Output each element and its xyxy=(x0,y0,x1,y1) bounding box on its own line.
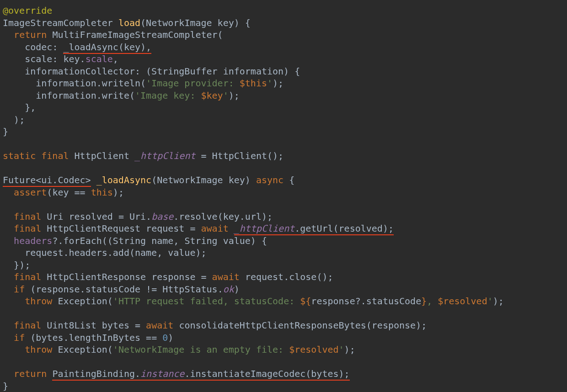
method-loadasync: _loadAsync xyxy=(96,175,151,185)
method-load: load xyxy=(118,17,140,28)
ctor-call: MultiFrameImageStreamCompleter( xyxy=(52,29,223,40)
code-editor[interactable]: @override ImageStreamCompleter load(Netw… xyxy=(0,0,567,392)
write-call: information.write( xyxy=(36,90,135,101)
scale-prop: scale xyxy=(86,53,113,64)
underline-getUrl: _httpClient.getUrl(resolved); xyxy=(234,223,394,234)
type: ImageStreamCompleter xyxy=(3,17,113,28)
underline-codec: _loadAsync(key), xyxy=(63,42,151,53)
info-collector: informationCollector: (StringBuffer info… xyxy=(25,66,300,77)
writeln-call: information.writeln( xyxy=(36,78,146,89)
params: (NetworkImage key) { xyxy=(140,17,251,28)
http-client-field: _httpClient xyxy=(135,150,195,161)
codec-label: codec: xyxy=(25,42,58,53)
scale-label: scale: key. xyxy=(25,53,85,64)
annotation-override: @override xyxy=(3,5,52,16)
return-kw: return xyxy=(14,29,47,40)
underline-future: Future<ui.Codec> xyxy=(3,175,91,185)
underline-instantiate: PaintingBinding.instance.instantiateImag… xyxy=(52,368,349,379)
static-final: static final xyxy=(3,150,69,161)
